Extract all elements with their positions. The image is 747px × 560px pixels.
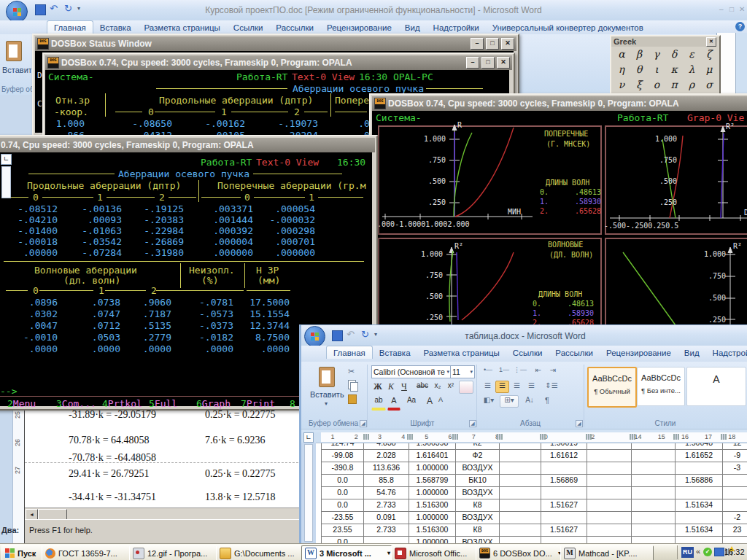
format-painter-icon[interactable] [348,394,357,404]
italic-button[interactable]: К [384,381,398,394]
sort-button[interactable]: А↓ [522,395,538,408]
strikethrough-button[interactable]: abc [414,381,431,394]
dialog-launcher-icon[interactable]: ◢ [469,420,476,427]
mathcad-equation[interactable]: 0.25·k = 0.22775 [205,409,276,421]
scroll-left-icon[interactable]: ◄ [26,509,38,520]
borders-button[interactable]: ⊞▾ [500,395,519,408]
table-column-marker[interactable] [452,434,458,440]
task-explorer-folder[interactable]: G:\Documents ... [216,545,305,560]
dosbox-graphs-titlebar[interactable]: DOS DOSBox 0.74, Cpu speed: 3000 cycles,… [372,96,747,111]
antivirus-icon[interactable]: ✓ [703,548,712,556]
show-marks-button[interactable]: ¶ [541,395,554,408]
tab-selector[interactable]: ∟ [1,154,12,165]
mathcad-equation[interactable]: 29.41·k = 26.79251 [69,468,150,480]
cut-icon[interactable]: ✂ [348,367,355,376]
change-case-button[interactable]: Aa [403,395,419,408]
copy-icon[interactable] [348,380,356,389]
task-word-group[interactable]: W 3 Microsoft ... ▾ [301,545,394,560]
document-table[interactable]: 124.744.8381.500398К21.500191.5004812-99… [321,437,747,544]
table-column-marker[interactable] [721,434,727,440]
paste-button-label[interactable]: Вставить [2,66,31,74]
highlight-button[interactable]: ab [371,395,386,411]
dosbox-graphs-screen[interactable]: Система- Работа-RT Grap-0 Vie [372,111,747,337]
help-icon[interactable]: ? [735,22,745,31]
multilevel-list-button[interactable]: ⋮— [513,365,527,378]
tab-vid[interactable]: Вид [398,21,427,34]
tab-razmetka[interactable]: Разметка страницы [138,21,227,34]
display-icon[interactable] [714,548,724,556]
font-name-combo[interactable]: Calibri (Основной те▾ [371,365,452,378]
tab-ssylki[interactable]: Ссылки [227,21,270,34]
tab-nadstroyki[interactable]: Надстройки [427,21,486,34]
fkey-menu-item[interactable]: 2Menu [7,398,36,410]
maximize-icon[interactable]: □ [481,57,495,69]
task-dosbox-group[interactable]: DOS 6 DOSBox DO... ▾ [476,545,565,560]
minimize-icon[interactable]: – [719,5,724,13]
scroll-thumb[interactable] [38,509,67,520]
word-bg-titlebar[interactable]: ↶ ↻ ▾ Курсовой проектПО.doc [Режим огран… [0,0,747,21]
dosbox-top-titlebar[interactable]: DOS DOSBox 0.74, Cpu speed: 3000 cycles,… [45,55,512,70]
greek-letter-grid[interactable]: αβγδεζηθικλμνξοπρσ [613,48,718,94]
tab-vid[interactable]: Вид [678,346,706,359]
fkey-menu-item[interactable]: 3Com... [56,398,96,410]
mathcad-equation[interactable]: 13.8·k = 12.5718 [205,491,276,503]
dialog-launcher-icon[interactable]: ◢ [360,420,367,427]
fkey-menu-item[interactable]: 4Prtkol [102,398,142,410]
word-front-titlebar[interactable]: ↶ ↻ ▾ таблица.docx - Microsoft Word [301,325,747,346]
tab-konverter[interactable]: Универсальный конвертер документов [486,21,650,34]
mathcad-equation[interactable]: 0.25·k = 0.22775 [205,468,276,480]
decrease-indent-button[interactable]: ⇤ [532,365,545,378]
align-left-button[interactable]: ☰ [481,381,495,393]
fkey-menu-item[interactable]: 5Full [149,398,177,410]
increase-indent-button[interactable]: ⇥ [546,365,560,378]
numbering-button[interactable]: 1— [497,365,511,378]
close-icon[interactable]: ✕ [497,57,510,69]
horizontal-scrollbar[interactable]: ◄ [25,508,302,520]
dosbox-left-titlebar[interactable]: 0.74, Cpu speed: 3000 cycles, Frameskip … [0,138,375,152]
justify-button[interactable]: ☰ [525,381,538,393]
tab-glavnaya[interactable]: Главная [326,346,373,359]
style-card-no-spacing[interactable]: AaBbCcDc ¶ Без инте... [637,367,685,406]
task-image-viewer[interactable]: 12.gif - Програ... [129,545,219,560]
shading-button[interactable]: ◧▾ [481,395,497,408]
dosbox-status-titlebar[interactable]: DOS DOSBox Status Window – □ ✕ [35,36,516,51]
shrink-font-button[interactable]: А [436,395,446,408]
group-dropdown-icon[interactable]: ▾ [387,550,390,556]
tab-glavnaya[interactable]: Главная [47,20,93,34]
font-size-combo[interactable]: 11▾ [450,365,475,378]
mathcad-equation[interactable]: -31.89·k = -29.05179 [69,409,156,421]
minimize-icon[interactable]: – [466,57,479,69]
fkey-menu-item[interactable]: 8 [290,398,295,410]
table-column-marker[interactable] [586,434,592,440]
close-icon[interactable]: ✕ [501,38,514,50]
table-column-marker[interactable] [497,434,503,440]
table-column-marker[interactable] [540,434,546,440]
table-column-marker[interactable] [363,434,369,440]
close-icon[interactable]: ✕ [739,5,745,13]
tab-vstavka[interactable]: Вставка [373,346,417,359]
table-column-marker[interactable] [673,434,679,440]
fkey-menu-item[interactable]: 6Graph [196,398,231,410]
style-card-partial[interactable]: А [686,367,746,406]
tab-ssylki[interactable]: Ссылки [506,346,549,359]
tray-chevron-icon[interactable]: « [696,547,700,556]
clock[interactable]: 16:32 [724,548,745,556]
vertical-ruler-strip[interactable] [301,443,316,544]
style-card-normal[interactable]: AaBbCcDc ¶ Обычный [587,367,637,408]
dialog-launcher-icon[interactable]: ◢ [576,420,583,427]
horizontal-ruler[interactable]: ∟ 1234567810121415161718 [301,432,747,443]
underline-button[interactable]: Ч [398,381,411,394]
tab-rassylki[interactable]: Рассылки [269,21,320,34]
align-right-button[interactable]: ☰ [510,381,524,393]
greek-titlebar[interactable]: Greek ✕ [611,36,716,47]
bold-button[interactable]: Ж [371,381,384,394]
opal-system-menu[interactable]: Система- [48,71,94,83]
tab-selector[interactable]: ∟ [303,432,314,443]
tab-recenzirovanie[interactable]: Рецензирование [320,21,398,34]
mathcad-equation[interactable]: 7.6·k = 6.9236 [205,435,266,446]
mathcad-equation[interactable]: 70.78·k = 64.48058 [69,435,150,446]
subscript-button[interactable]: х₂ [431,381,444,394]
language-indicator[interactable]: RU [681,547,694,558]
tab-vstavka[interactable]: Вставка [93,21,138,34]
mathcad-equation[interactable]: -34.41·k = -31.34751 [69,491,156,503]
